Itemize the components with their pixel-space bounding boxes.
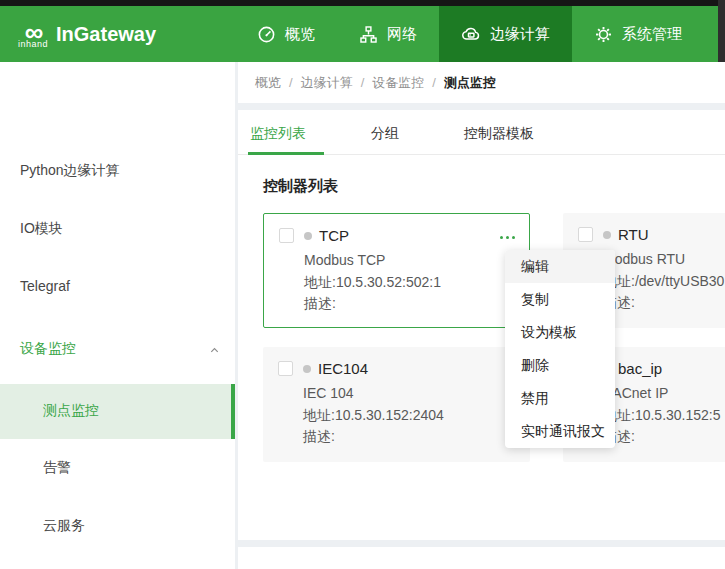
nav-item-overview[interactable]: 概览 bbox=[235, 6, 337, 62]
card-body: Modbus RTU 地址:/dev/ttyUSB30 描述: bbox=[603, 249, 725, 313]
nav-item-label: 边缘计算 bbox=[490, 25, 550, 44]
sidebar-item-point-monitoring[interactable]: 测点监控 bbox=[0, 384, 235, 439]
more-actions-icon[interactable] bbox=[494, 228, 517, 243]
breadcrumb: 概览 / 边缘计算 / 设备监控 / 测点监控 bbox=[238, 62, 725, 103]
menu-item-copy[interactable]: 复制 bbox=[505, 283, 615, 316]
sidebar-item-telegraf[interactable]: Telegraf bbox=[20, 278, 70, 295]
menu-item-delete[interactable]: 删除 bbox=[505, 349, 615, 382]
inhand-logo-icon: ∞ inhand bbox=[18, 19, 48, 49]
card-header: TCP bbox=[279, 227, 517, 244]
breadcrumb-overview[interactable]: 概览 bbox=[255, 74, 281, 92]
gauge-icon bbox=[257, 25, 276, 44]
tab-groups[interactable]: 分组 bbox=[371, 110, 399, 154]
card-description: 描述: bbox=[304, 293, 517, 314]
tab-monitoring-list[interactable]: 监控列表 bbox=[250, 110, 306, 154]
nav-item-label: 系统管理 bbox=[622, 25, 682, 44]
top-navbar: ∞ inhand InGateway 概览 bbox=[0, 6, 725, 62]
card-header: RTU bbox=[578, 226, 725, 243]
breadcrumb-separator: / bbox=[361, 75, 365, 90]
card-protocol: IEC 104 bbox=[303, 383, 518, 404]
logo-brand-text: inhand bbox=[18, 40, 48, 49]
main-nav: 概览 网络 边缘计算 bbox=[235, 6, 704, 62]
sidebar-item-label: 设备监控 bbox=[20, 340, 76, 356]
controller-card-grid: TCP Modbus TCP 地址:10.5.30.52:502:1 描述: R… bbox=[263, 213, 725, 462]
card-title: IEC104 bbox=[318, 360, 368, 377]
network-icon bbox=[359, 25, 378, 44]
card-title: TCP bbox=[319, 227, 349, 244]
bottom-panel bbox=[238, 547, 725, 569]
card-context-menu: 编辑 复制 设为模板 删除 禁用 实时通讯报文 bbox=[505, 250, 615, 448]
card-address: 地址:10.5.30.152:5 bbox=[603, 405, 725, 426]
nav-item-label: 网络 bbox=[387, 25, 417, 44]
status-dot-icon bbox=[603, 231, 611, 239]
card-body: Modbus TCP 地址:10.5.30.52:502:1 描述: bbox=[304, 250, 517, 314]
card-checkbox[interactable] bbox=[578, 227, 593, 242]
card-body: IEC 104 地址:10.5.30.152:2404 描述: bbox=[303, 383, 518, 447]
menu-item-set-as-template[interactable]: 设为模板 bbox=[505, 316, 615, 349]
breadcrumb-separator: / bbox=[289, 75, 293, 90]
controller-card-iec104[interactable]: IEC104 IEC 104 地址:10.5.30.152:2404 描述: bbox=[263, 347, 530, 462]
gear-icon bbox=[594, 25, 613, 44]
card-protocol: BACnet IP bbox=[603, 383, 725, 404]
main-content: 概览 / 边缘计算 / 设备监控 / 测点监控 监控列表 分组 控制器模板 控制… bbox=[238, 62, 725, 569]
edge-cloud-icon bbox=[461, 24, 481, 44]
card-address: 地址:10.5.30.52:502:1 bbox=[304, 272, 517, 293]
tab-bar: 监控列表 分组 控制器模板 bbox=[238, 110, 725, 155]
logo-product-name: InGateway bbox=[56, 23, 156, 46]
card-description: 描述: bbox=[303, 426, 518, 447]
card-address: 地址:/dev/ttyUSB30 bbox=[603, 271, 725, 292]
card-checkbox[interactable] bbox=[278, 361, 293, 376]
chevron-up-icon bbox=[209, 343, 220, 360]
window-right-edge bbox=[718, 0, 725, 62]
sidebar-item-io-module[interactable]: IO模块 bbox=[20, 220, 63, 237]
breadcrumb-device-monitoring[interactable]: 设备监控 bbox=[372, 74, 424, 92]
menu-item-edit[interactable]: 编辑 bbox=[505, 250, 615, 283]
card-address: 地址:10.5.30.152:2404 bbox=[303, 405, 518, 426]
card-title: bac_ip bbox=[618, 360, 662, 377]
card-checkbox[interactable] bbox=[279, 228, 294, 243]
card-body: BACnet IP 地址:10.5.30.152:5 描述: bbox=[603, 383, 725, 447]
sidebar-item-alarm[interactable]: 告警 bbox=[43, 459, 71, 477]
nav-item-label: 概览 bbox=[285, 25, 315, 44]
menu-item-realtime-comm-log[interactable]: 实时通讯报文 bbox=[505, 415, 615, 448]
card-description: 描述: bbox=[603, 292, 725, 313]
controller-card-tcp[interactable]: TCP Modbus TCP 地址:10.5.30.52:502:1 描述: bbox=[263, 213, 530, 328]
sidebar-item-cloud-service[interactable]: 云服务 bbox=[43, 517, 85, 535]
brand-logo[interactable]: ∞ inhand InGateway bbox=[0, 6, 235, 62]
card-title: RTU bbox=[618, 226, 649, 243]
card-protocol: Modbus TCP bbox=[304, 250, 517, 271]
nav-item-system-admin[interactable]: 系统管理 bbox=[572, 6, 704, 62]
sidebar: Python边缘计算 IO模块 Telegraf 设备监控 测点监控 告警 云服… bbox=[0, 62, 235, 569]
nav-item-network[interactable]: 网络 bbox=[337, 6, 439, 62]
card-description: 描述: bbox=[603, 426, 725, 447]
menu-item-disable[interactable]: 禁用 bbox=[505, 382, 615, 415]
sidebar-item-python-edge[interactable]: Python边缘计算 bbox=[20, 162, 120, 179]
sidebar-item-device-monitoring[interactable]: 设备监控 bbox=[20, 340, 220, 357]
section-title-controller-list: 控制器列表 bbox=[263, 177, 725, 195]
breadcrumb-edge-computing[interactable]: 边缘计算 bbox=[301, 74, 353, 92]
status-dot-icon bbox=[303, 365, 311, 373]
status-dot-icon bbox=[304, 232, 312, 240]
card-header: IEC104 bbox=[278, 360, 518, 377]
breadcrumb-separator: / bbox=[432, 75, 436, 90]
nav-item-edge-computing[interactable]: 边缘计算 bbox=[439, 6, 572, 62]
tab-controller-templates[interactable]: 控制器模板 bbox=[464, 110, 534, 154]
monitoring-panel: 监控列表 分组 控制器模板 控制器列表 TCP Modbus TCP bbox=[238, 110, 725, 540]
breadcrumb-current-page: 测点监控 bbox=[444, 74, 496, 92]
card-protocol: Modbus RTU bbox=[603, 249, 725, 270]
window-top-edge bbox=[0, 0, 725, 6]
sidebar-item-label: 测点监控 bbox=[43, 402, 99, 420]
app-window: ∞ inhand InGateway 概览 bbox=[0, 0, 725, 569]
